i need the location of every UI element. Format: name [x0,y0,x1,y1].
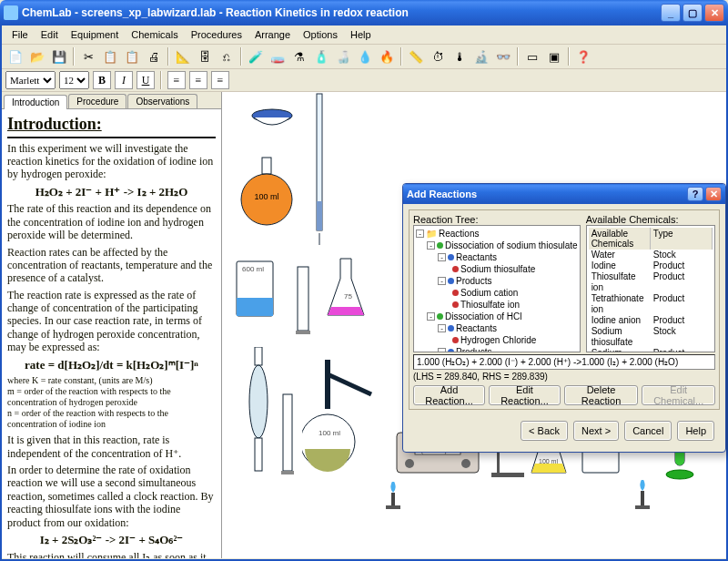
chemical-row[interactable]: Sodium cationProduct [589,348,713,352]
svg-rect-24 [386,505,400,509]
erlen-mag-label: 75 [344,292,352,301]
minimize-button[interactable]: _ [661,4,681,22]
menu-edit[interactable]: Edit [35,27,65,42]
italic-button[interactable]: I [115,71,133,89]
available-chemicals-list[interactable]: Available ChemicalsType WaterStockIodine… [586,225,715,352]
tb-goggles-icon[interactable]: 👓 [493,46,513,66]
tb-microscope-icon[interactable]: 🔬 [471,46,491,66]
tb-ruler-icon[interactable]: 📐 [173,46,193,66]
svg-rect-12 [255,438,262,471]
doc-eq1: H₂O₂ + 2I⁻ + H⁺ -> I₂ + 2H₂O [7,185,216,199]
tb-cut-icon[interactable]: ✂ [78,46,98,66]
tb-paste-icon[interactable]: 📋 [122,46,142,66]
document-view: Introduction: In this experiment we will… [2,109,221,558]
doc-p3: Reaction rates can be affected by the co… [7,246,216,285]
svg-point-11 [249,365,268,438]
align-center-icon[interactable]: ≡ [189,71,207,89]
tb-drop-icon[interactable]: 💧 [355,46,375,66]
chemical-row[interactable]: Thiosulfate ionProduct [589,271,713,293]
tb-undo-icon[interactable]: ⎌ [217,46,237,66]
svg-rect-9 [296,331,310,334]
underline-button[interactable]: U [136,71,155,89]
tb-new-icon[interactable]: 📄 [5,46,25,66]
tb-flame-icon[interactable]: 🔥 [377,46,397,66]
erlen-y-label: 100 ml [539,458,558,464]
tb-save-icon[interactable]: 💾 [49,46,69,66]
dialog-help-icon[interactable]: ? [687,187,703,201]
grad-cylinder[interactable] [295,265,313,338]
delete-reaction-button[interactable]: Delete Reaction [564,385,639,405]
distillation-flask[interactable]: 100 ml [302,358,384,485]
tb-filledrect-icon[interactable]: ▣ [544,46,564,66]
tb-thermo-icon[interactable]: 🌡 [450,46,470,66]
align-right-icon[interactable]: ≡ [211,71,229,89]
chemical-row[interactable]: IodineProduct [589,260,713,271]
beaker-600-label: 600 ml [242,265,264,273]
round-flask-orange[interactable]: 100 ml [238,156,295,229]
tb-scale-icon[interactable]: 📏 [406,46,426,66]
flask-orange-label: 100 ml [254,192,278,201]
menu-chemicals[interactable]: Chemicals [125,27,184,42]
tb-testtube-icon[interactable]: 🧪 [246,46,266,66]
add-reaction-button[interactable]: Add Reaction... [413,385,485,405]
bold-button[interactable]: B [93,71,111,89]
add-reactions-dialog: Add Reactions ? ✕ Reaction Tree: -📁React… [402,183,726,453]
tb-help-icon[interactable]: ❓ [573,46,593,66]
menu-help[interactable]: Help [344,27,378,42]
evap-dish[interactable] [249,108,295,128]
tb-copy-icon[interactable]: 📋 [100,46,120,66]
tb-rect-icon[interactable]: ▭ [522,46,542,66]
window-title: ChemLab - screens_xp_labwizard.lab - Rea… [22,6,409,19]
close-button[interactable]: ✕ [704,4,724,22]
tab-introduction[interactable]: Introduction [4,95,67,109]
font-select[interactable]: Marlett [5,71,56,89]
reaction-tree[interactable]: -📁Reactions -Dissociation of sodium thio… [413,225,581,352]
doc-p1: In this experiment we will investigate t… [7,142,216,181]
dialog-title: Add Reactions [407,189,477,199]
svg-rect-10 [255,347,262,365]
tb-cabinet-icon[interactable]: 🗄 [195,46,215,66]
grad-cylinder-2[interactable] [280,393,297,479]
svg-rect-13 [283,394,292,471]
edit-chemical-button: Edit Chemical... [642,385,715,405]
beaker-600[interactable]: 600 ml [231,256,282,324]
tb-print-icon[interactable]: 🖨 [144,46,164,66]
condenser[interactable] [231,347,286,474]
align-left-icon[interactable]: ≡ [167,71,186,89]
tb-timer-icon[interactable]: ⏱ [428,46,448,66]
equation-field[interactable] [413,354,715,370]
tb-flask-icon[interactable]: 🍶 [333,46,353,66]
next-button[interactable]: Next > [573,421,619,441]
burette[interactable] [311,92,328,247]
menu-procedures[interactable]: Procedures [185,27,248,42]
dialog-close-button[interactable]: ✕ [705,187,722,201]
svg-rect-23 [391,493,395,505]
tb-bottle-icon[interactable]: 🧴 [311,46,331,66]
tab-procedure[interactable]: Procedure [68,94,126,108]
doc-p2: The rate of this reaction and its depend… [7,202,216,241]
tb-alembic-icon[interactable]: ⚗ [289,46,309,66]
tab-observations[interactable]: Observations [127,94,197,108]
menu-file[interactable]: File [5,27,35,42]
chemical-row[interactable]: Iodine anionProduct [589,315,713,326]
doc-p7: In order to determine the rate of oxidat… [7,464,216,529]
cancel-button[interactable]: Cancel [624,421,672,441]
avail-label: Available Chemicals: [586,214,715,225]
tb-dish-icon[interactable]: 🧫 [268,46,288,66]
maximize-button[interactable]: ▢ [682,4,703,22]
menu-arrange[interactable]: Arrange [248,27,297,42]
tb-open-icon[interactable]: 📂 [27,46,47,66]
edit-reaction-button[interactable]: Edit Reaction... [489,385,561,405]
erlenmeyer-magenta[interactable]: 75 [322,254,369,322]
menu-options[interactable]: Options [297,27,344,42]
chemical-row[interactable]: Tetrathionate ionProduct [589,293,713,315]
chemical-row[interactable]: WaterStock [589,250,713,260]
back-button[interactable]: < Back [521,421,568,441]
bunsen-2[interactable] [632,480,653,515]
chemical-row[interactable]: Sodium thiosulfateStock [589,326,713,348]
menu-equipment[interactable]: Equipment [65,27,126,42]
doc-p8: This reaction will consume all I₂ as soo… [7,551,216,558]
bunsen-1[interactable] [382,482,404,515]
font-size-select[interactable]: 12 [59,71,89,89]
help-button[interactable]: Help [677,421,714,441]
